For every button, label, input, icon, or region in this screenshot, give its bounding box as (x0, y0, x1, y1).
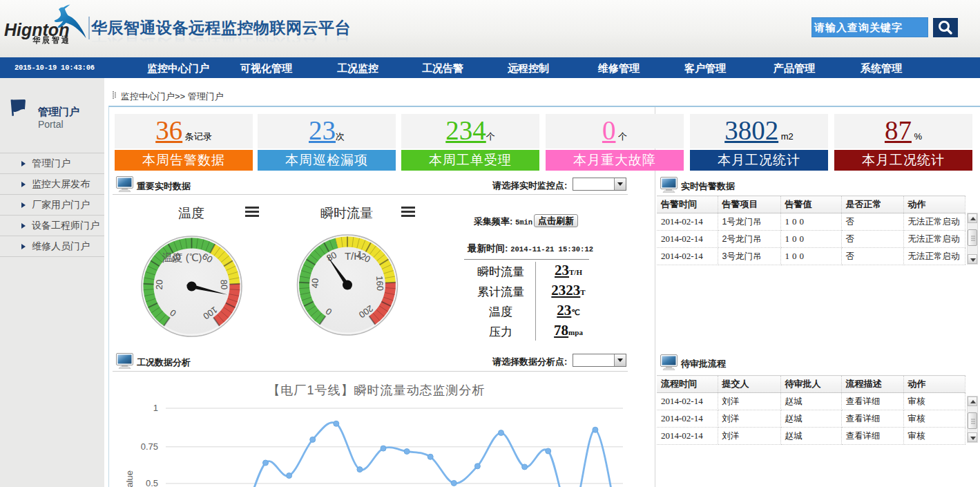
svg-text:T/H: T/H (345, 250, 361, 262)
svg-text:0.75: 0.75 (141, 441, 158, 452)
svg-text:0.5: 0.5 (146, 478, 158, 487)
svg-text:1: 1 (153, 403, 158, 413)
svg-text:80: 80 (219, 279, 230, 289)
svg-text:value: value (124, 470, 135, 487)
svg-text:20: 20 (154, 279, 165, 289)
svg-text:温度 (℃): 温度 (℃) (162, 251, 202, 263)
svg-text:160: 160 (374, 276, 385, 291)
svg-text:40: 40 (309, 278, 320, 288)
